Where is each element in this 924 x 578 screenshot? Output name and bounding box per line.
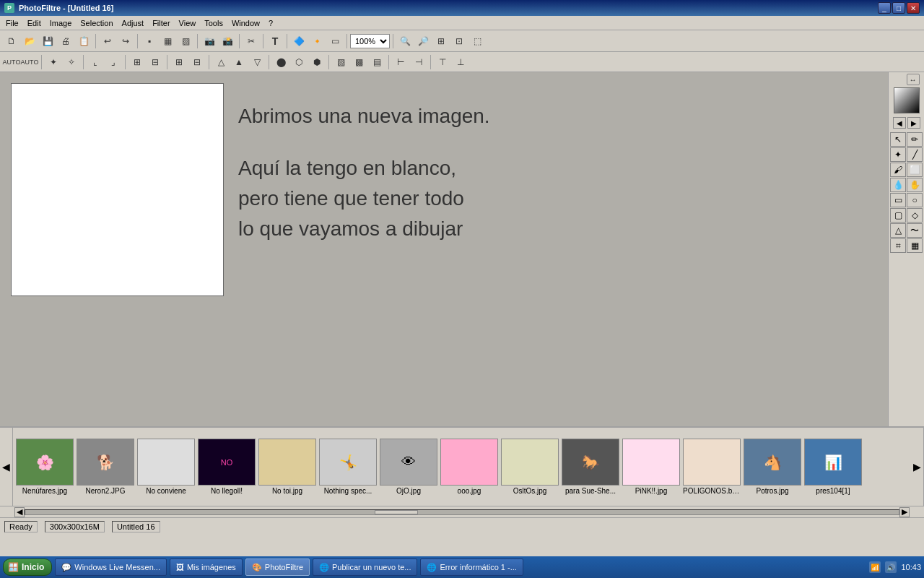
thumb-item[interactable]: ooo.jpg xyxy=(440,439,498,495)
dropper-tool[interactable]: 💧 xyxy=(890,178,906,192)
imgprop-btn[interactable]: 📸 xyxy=(219,33,236,49)
thumb-item[interactable]: 🤸 Nothing spec... xyxy=(319,439,377,495)
t2-12[interactable]: ⬤ xyxy=(272,54,289,70)
image-canvas[interactable] xyxy=(11,83,224,296)
fill-btn[interactable]: ▪ xyxy=(141,33,158,49)
hscroll-left[interactable]: ◀ xyxy=(14,507,25,517)
t2-1[interactable]: ✦ xyxy=(45,54,62,70)
menu-window[interactable]: Window xyxy=(227,17,264,29)
t2-20[interactable]: ⊤ xyxy=(434,54,451,70)
menu-selection[interactable]: Selection xyxy=(76,17,117,29)
right-panel-arrow[interactable]: ↔ xyxy=(907,74,920,85)
menu-image[interactable]: Image xyxy=(45,17,77,29)
nav-left[interactable]: ◀ xyxy=(893,117,906,129)
triangle-tool[interactable]: △ xyxy=(890,223,906,238)
border-btn[interactable]: ▨ xyxy=(177,33,194,49)
thumb-item[interactable]: 👁 OjO.jpg xyxy=(380,439,437,495)
zoom-in-btn[interactable]: 🔍 xyxy=(396,33,414,49)
t2-15[interactable]: ▧ xyxy=(332,54,349,70)
wand-tool[interactable]: ✦ xyxy=(890,147,906,162)
tool3[interactable]: ▭ xyxy=(326,33,344,49)
t2-16[interactable]: ▩ xyxy=(350,54,367,70)
pencil-tool[interactable]: ✏ xyxy=(907,132,923,147)
diamond-tool[interactable]: ◇ xyxy=(907,208,923,223)
hscroll-track[interactable] xyxy=(25,509,899,515)
hand-tool[interactable]: ✋ xyxy=(907,178,923,192)
t2-18[interactable]: ⊢ xyxy=(392,54,409,70)
save-button[interactable]: 💾 xyxy=(39,33,56,49)
taskbar-error[interactable]: 🌐 Error informático 1 -... xyxy=(420,558,523,576)
taskbar-photofiltre[interactable]: 🎨 PhotoFiltre xyxy=(245,558,310,576)
t2-8[interactable]: ⊟ xyxy=(188,54,206,70)
actual-btn[interactable]: ⊡ xyxy=(450,33,468,49)
auto-btn2[interactable]: AUTO xyxy=(21,54,38,70)
t2-6[interactable]: ⊟ xyxy=(147,54,164,70)
menu-view[interactable]: View xyxy=(175,17,201,29)
thumb-item[interactable]: NO No llegoll! xyxy=(198,439,256,495)
strip-left-arrow[interactable]: ◀ xyxy=(0,428,13,506)
clone-tool[interactable]: ⬜ xyxy=(907,163,923,177)
t2-11[interactable]: ▽ xyxy=(248,54,266,70)
start-button[interactable]: 🪟 Inicio xyxy=(3,558,52,576)
freehand-tool[interactable]: 〜 xyxy=(907,223,923,238)
rrect-tool[interactable]: ▢ xyxy=(890,208,906,223)
t2-5[interactable]: ⊞ xyxy=(128,54,146,70)
thumb-item[interactable]: 🐎 para Sue-She... xyxy=(562,439,619,495)
thumb-item[interactable]: No toi.jpg xyxy=(258,439,316,495)
t2-4[interactable]: ⌟ xyxy=(105,54,122,70)
menu-filter[interactable]: Filter xyxy=(148,17,174,29)
t2-3[interactable]: ⌞ xyxy=(87,54,104,70)
hscroll-right[interactable]: ▶ xyxy=(899,507,910,517)
extra-button[interactable]: 📋 xyxy=(75,33,92,49)
imginfo-btn[interactable]: 📷 xyxy=(201,33,218,49)
thumb-item[interactable]: PiNK!!.jpg xyxy=(622,439,680,495)
print-button[interactable]: 🖨 xyxy=(57,33,74,49)
tool1[interactable]: 🔷 xyxy=(290,33,308,49)
line-tool[interactable]: ╱ xyxy=(907,147,923,162)
t2-9[interactable]: △ xyxy=(212,54,230,70)
close-button[interactable]: ✕ xyxy=(907,2,920,14)
fit-btn[interactable]: ⊞ xyxy=(432,33,450,49)
auto-btn1[interactable]: AUTO xyxy=(3,54,20,70)
undo-button[interactable]: ↩ xyxy=(99,33,116,49)
hscroll-thumb[interactable] xyxy=(375,510,418,514)
thumb-item[interactable]: No conviene xyxy=(137,439,195,495)
open-button[interactable]: 📂 xyxy=(21,33,38,49)
minimize-button[interactable]: _ xyxy=(878,2,891,14)
ellipse-tool[interactable]: ○ xyxy=(907,193,923,207)
taskbar-messenger[interactable]: 💬 Windows Live Messen... xyxy=(55,558,167,576)
t2-19[interactable]: ⊣ xyxy=(410,54,427,70)
t2-21[interactable]: ⊥ xyxy=(452,54,469,70)
thumb-item[interactable]: OsltOs.jpg xyxy=(501,439,559,495)
color-swatch[interactable] xyxy=(894,87,920,113)
strip-right-arrow[interactable]: ▶ xyxy=(911,428,924,506)
lasso-tool[interactable]: ⌗ xyxy=(890,238,906,253)
thumb-item[interactable]: POLIGONOS.bmp xyxy=(683,439,741,495)
menu-edit[interactable]: Edit xyxy=(23,17,45,29)
rect-tool[interactable]: ▭ xyxy=(890,193,906,207)
menu-adjust[interactable]: Adjust xyxy=(118,17,149,29)
zoom-select[interactable]: 100% 50% 200% xyxy=(350,34,390,48)
thumb-item[interactable]: 🐴 Potros.jpg xyxy=(744,439,801,495)
menu-tools[interactable]: Tools xyxy=(200,17,227,29)
tool2[interactable]: 🔸 xyxy=(308,33,326,49)
menu-file[interactable]: File xyxy=(1,17,23,29)
crop-btn[interactable]: ✂ xyxy=(243,33,260,49)
t2-17[interactable]: ▤ xyxy=(368,54,385,70)
thumb-item[interactable]: 📊 pres104[1] xyxy=(804,439,862,495)
redo-button[interactable]: ↪ xyxy=(117,33,134,49)
text-btn[interactable]: T xyxy=(266,33,284,49)
t2-13[interactable]: ⬡ xyxy=(290,54,308,70)
t2-14[interactable]: ⬢ xyxy=(308,54,326,70)
brush-tool[interactable]: 🖌 xyxy=(890,163,906,177)
nav-right[interactable]: ▶ xyxy=(907,117,920,129)
marquee-tool[interactable]: ▦ xyxy=(907,238,923,253)
t2-2[interactable]: ✧ xyxy=(63,54,80,70)
new-button[interactable]: 🗋 xyxy=(3,33,20,49)
select-tool[interactable]: ↖ xyxy=(890,132,906,147)
t2-7[interactable]: ⊞ xyxy=(170,54,188,70)
taskbar-images[interactable]: 🖼 Mis imágenes xyxy=(170,558,243,576)
screen-btn[interactable]: ⬚ xyxy=(468,33,486,49)
thumb-item[interactable]: 🐕 Neron2.JPG xyxy=(77,439,134,495)
zoom-out-btn[interactable]: 🔎 xyxy=(414,33,432,49)
